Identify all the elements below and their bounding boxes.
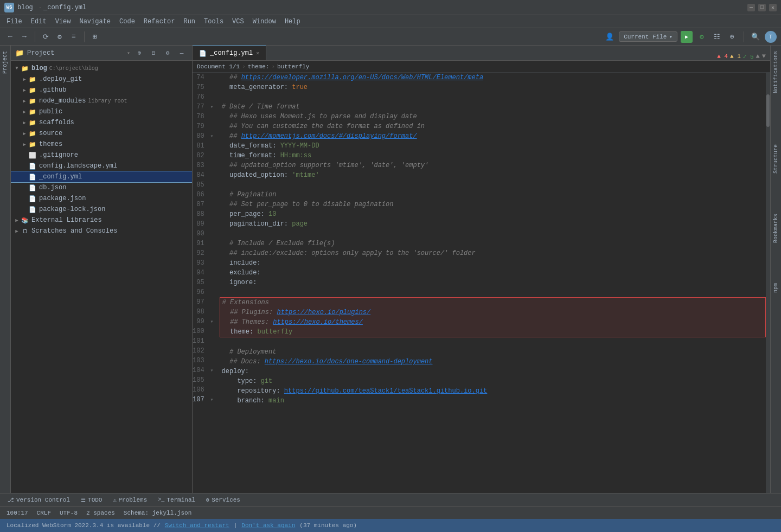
tree-item-config-landscape[interactable]: 📄 config.landscape.yml	[11, 161, 192, 171]
problems-tab[interactable]: ⚠ Problems	[110, 496, 150, 504]
locate-btn[interactable]: ⊕	[133, 47, 145, 59]
fold-slot-87	[209, 200, 215, 209]
side-tab-notifications[interactable]: Notifications	[772, 48, 780, 97]
tree-item-deploy-git[interactable]: ▶ 📁 .deploy_git	[11, 74, 192, 85]
menu-tools[interactable]: Tools	[200, 17, 228, 27]
menu-refactor[interactable]: Refactor	[139, 17, 180, 27]
menu-edit[interactable]: Edit	[27, 17, 51, 27]
status-indent[interactable]: 2 spaces	[84, 509, 117, 517]
tree-item-github[interactable]: ▶ 📁 .github	[11, 85, 192, 95]
tree-item-public[interactable]: ▶ 📁 public	[11, 106, 192, 117]
version-control-tab[interactable]: ⎇ Version Control	[4, 496, 73, 504]
side-tab-project[interactable]: Project	[1, 48, 9, 77]
project-dropdown-icon[interactable]: ▾	[127, 50, 130, 56]
version-control-label: Version Control	[16, 497, 70, 503]
tree-item-db-json[interactable]: 📄 db.json	[11, 182, 192, 193]
services-tab[interactable]: ⚙ Services	[203, 496, 244, 504]
side-tab-bookmarks[interactable]: Bookmarks	[772, 210, 780, 246]
expand-btn[interactable]: ▲	[756, 53, 760, 60]
status-line-sep[interactable]: CRLF	[35, 509, 53, 517]
current-file-dropdown[interactable]: Current File ▾	[619, 31, 677, 42]
search-btn[interactable]: 🔍	[750, 31, 761, 43]
coverage-btn[interactable]: ☷	[711, 31, 723, 43]
toolbar-user-icon[interactable]: 👤	[604, 31, 616, 43]
fold-slot-104[interactable]: ▾	[209, 366, 215, 375]
status-position[interactable]: 100:17	[4, 509, 30, 517]
tree-settings-btn[interactable]: ⚙	[162, 47, 174, 59]
notification-switch-link[interactable]: Switch and restart	[165, 522, 229, 529]
scrollbar-thumb[interactable]	[766, 94, 770, 127]
maximize-btn[interactable]: □	[758, 4, 766, 11]
toolbar-back-btn[interactable]: ←	[4, 31, 16, 43]
breadcrumb-butterfly[interactable]: butterfly	[277, 63, 309, 70]
debug-btn[interactable]: ⚙	[696, 31, 708, 43]
project-panel-header: 📁 Project ▾ ⊕ ⊟ ⚙ —	[11, 46, 192, 61]
todo-tab[interactable]: ☰ TODO	[78, 496, 105, 504]
collapse-all-btn[interactable]: ⊟	[148, 47, 159, 59]
fold-slot-83	[209, 161, 215, 170]
tree-item-source[interactable]: ▶ 📁 source	[11, 128, 192, 139]
fold-slot-107[interactable]: ▾	[209, 395, 215, 405]
tree-gitignore-label: .gitignore	[39, 151, 78, 159]
toolbar-forward-btn[interactable]: →	[18, 31, 30, 43]
code-line-91: # Include / Exclude file(s)	[220, 239, 766, 248]
editor-tab-config-yml[interactable]: 📄 _config.yml ✕	[193, 46, 266, 60]
menu-help[interactable]: Help	[280, 17, 305, 27]
side-tab-npm[interactable]: npm	[772, 280, 780, 296]
notification-dismiss-link[interactable]: Don't ask again	[241, 522, 295, 529]
fold-slot-99[interactable]: ▾	[209, 317, 215, 326]
menu-file[interactable]: File	[2, 17, 27, 27]
menu-view[interactable]: View	[51, 17, 75, 27]
vertical-scrollbar[interactable]	[766, 73, 770, 493]
minimize-btn[interactable]: —	[747, 4, 755, 11]
tree-item-package-lock[interactable]: 📄 package-lock.json	[11, 204, 192, 215]
status-encoding[interactable]: UTF-8	[57, 509, 80, 517]
tree-root[interactable]: ▼ 📁 blog C:\project\blog	[11, 63, 192, 74]
line-num-101: 101	[193, 336, 209, 346]
menu-navigate[interactable]: Navigate	[75, 17, 115, 27]
fold-slot-80[interactable]: ▾	[209, 131, 215, 141]
breadcrumb-doc[interactable]: Document 1/1	[197, 63, 240, 70]
toolbar-structure-btn[interactable]: ⊞	[89, 31, 101, 43]
code-line-89: pagination_dir: page	[220, 219, 766, 229]
line-num-82: 82	[193, 151, 209, 161]
tree-item-node-modules[interactable]: ▶ 📁 node_modules library root	[11, 95, 192, 106]
tree-close-btn[interactable]: —	[176, 47, 188, 59]
problems-icon: ⚠	[113, 497, 116, 503]
profiler-btn[interactable]: ⊕	[726, 31, 738, 43]
menu-window[interactable]: Window	[248, 17, 280, 27]
tree-node-modules-icon: 📁	[28, 97, 37, 105]
notification-sep: |	[234, 522, 238, 529]
tree-item-config-yml[interactable]: 📄 _config.yml	[11, 171, 192, 182]
fold-slot-77[interactable]: ▾	[209, 102, 215, 112]
menu-vcs[interactable]: VCS	[228, 17, 248, 27]
tab-close-btn[interactable]: ✕	[256, 50, 259, 56]
code-line-78: ## Hexo uses Moment.js to parse and disp…	[220, 112, 766, 121]
tree-item-external-libs[interactable]: ▶ 📚 External Libraries	[11, 215, 192, 226]
tree-item-gitignore[interactable]: ⬜ .gitignore	[11, 150, 192, 161]
menu-run[interactable]: Run	[179, 17, 200, 27]
project-panel-title: Project	[27, 49, 121, 57]
code-content[interactable]: ## https://developer.mozilla.org/en-US/d…	[215, 73, 766, 493]
close-btn[interactable]: ✕	[769, 4, 777, 11]
tree-item-scaffolds[interactable]: ▶ 📁 scaffolds	[11, 117, 192, 128]
avatar-btn[interactable]: T	[765, 31, 777, 43]
run-btn[interactable]: ▶	[681, 31, 693, 43]
terminal-tab[interactable]: >_ Terminal	[155, 496, 199, 504]
line-num-77: 77	[193, 102, 209, 112]
toolbar-settings-btn[interactable]: ⚙	[54, 31, 66, 43]
line-num-94: 94	[193, 268, 209, 278]
tree-item-scratches[interactable]: ▶ 🗒 Scratches and Consoles	[11, 226, 192, 236]
collapse-btn[interactable]: ▼	[762, 53, 766, 60]
tree-item-package-json[interactable]: 📄 package.json	[11, 193, 192, 204]
toolbar-sync-btn[interactable]: ⟳	[40, 31, 52, 43]
fold-slot-97	[209, 297, 215, 307]
warn-count: ▲ 1	[730, 53, 741, 60]
toolbar-collapse-btn[interactable]: ≡	[68, 31, 80, 43]
breadcrumb-theme[interactable]: theme:	[248, 63, 270, 70]
tree-item-themes[interactable]: ▶ 📁 themes	[11, 139, 192, 150]
menu-code[interactable]: Code	[115, 17, 139, 27]
status-schema[interactable]: Schema: jekyll.json	[121, 509, 194, 517]
side-tab-structure[interactable]: Structure	[772, 141, 780, 177]
window-controls[interactable]: — □ ✕	[747, 4, 777, 11]
